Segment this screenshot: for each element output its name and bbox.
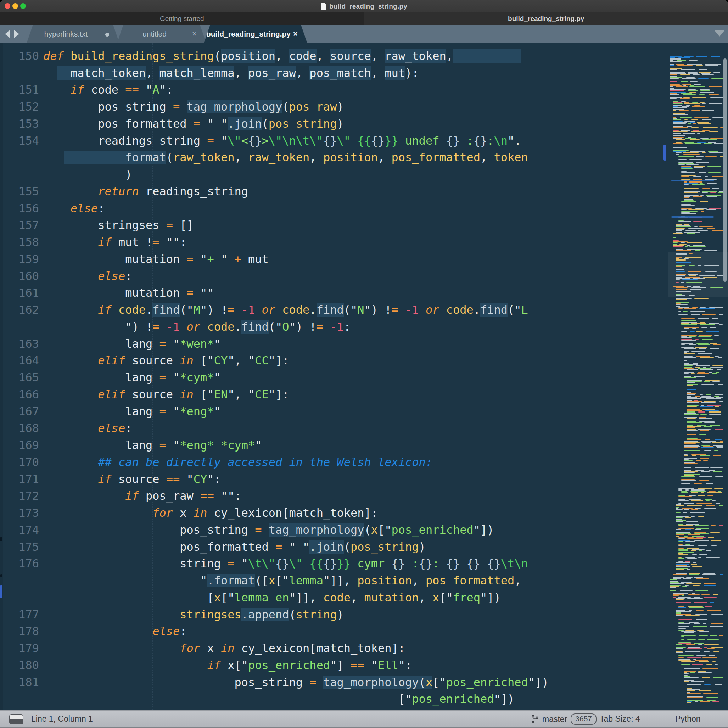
line-number[interactable]: 151 [0, 81, 39, 98]
line-number[interactable]: 170 [0, 454, 39, 471]
code-line-wrap[interactable]: ".format([x["lemma"]], position, pos_for… [0, 572, 665, 589]
git-status[interactable]: master 3657 [531, 713, 596, 725]
line-number[interactable]: 176 [0, 555, 39, 572]
code-line-174[interactable]: 174 pos_string = tag_morphology(x["pos_e… [0, 522, 665, 539]
close-tab-icon[interactable]: × [293, 29, 307, 39]
code-line-153[interactable]: 153 pos_formatted = " ".join(pos_string) [0, 116, 665, 133]
line-number[interactable]: 166 [0, 386, 39, 403]
code-line-167[interactable]: 167 lang = "*eng*" [0, 403, 665, 421]
line-number[interactable]: 157 [0, 217, 39, 234]
code-line-wrap[interactable]: [x["lemma_en"]], code, mutation, x["freq… [0, 589, 665, 606]
line-number[interactable]: 171 [0, 471, 39, 488]
line-number[interactable]: 172 [0, 488, 39, 505]
line-number[interactable]: 167 [0, 403, 39, 421]
line-number[interactable] [0, 589, 39, 606]
line-number[interactable] [0, 149, 39, 166]
panel-toggle-icon[interactable] [9, 714, 23, 725]
line-number[interactable]: 156 [0, 200, 39, 217]
line-number[interactable] [0, 572, 39, 589]
line-number[interactable]: 149 [0, 43, 39, 48]
code-line-155[interactable]: 155 return readings_string [0, 183, 665, 200]
code-line-wrap[interactable]: ["pos_enriched"]) [0, 691, 665, 708]
line-number[interactable]: 163 [0, 336, 39, 353]
code-line-152[interactable]: 152 pos_string = tag_morphology(pos_raw) [0, 98, 665, 116]
code-line-wrap[interactable]: ") != -1 or code.find("O") != -1: [0, 319, 665, 336]
line-number[interactable]: 164 [0, 352, 39, 369]
line-number[interactable]: 169 [0, 437, 39, 454]
code-line-168[interactable]: 168 else: [0, 420, 665, 437]
code-line-wrap[interactable]: match_token, match_lemma, pos_raw, pos_m… [0, 65, 665, 82]
native-tab-build-reading-string-py[interactable]: build_reading_string.py [364, 12, 728, 25]
code-line-163[interactable]: 163 lang = "*wen*" [0, 336, 665, 353]
code-line-160[interactable]: 160 else: [0, 268, 665, 285]
line-number[interactable]: 181 [0, 674, 39, 691]
code-line-156[interactable]: 156 else: [0, 200, 665, 217]
code-line-172[interactable]: 172 if pos_raw == "": [0, 488, 665, 505]
code-line-165[interactable]: 165 lang = "*cym*" [0, 369, 665, 386]
code-line-175[interactable]: 175 pos_formatted = " ".join(pos_string) [0, 539, 665, 556]
line-number[interactable]: 152 [0, 98, 39, 116]
syntax-language[interactable]: Python [675, 714, 701, 724]
tab-overflow-chevron-down-icon[interactable] [714, 31, 725, 37]
code-line-wrap[interactable]: format(raw_token, raw_token, position, p… [0, 149, 665, 166]
line-number[interactable]: 153 [0, 116, 39, 133]
code-line-173[interactable]: 173 for x in cy_lexicon[match_token]: [0, 505, 665, 522]
code-line-169[interactable]: 169 lang = "*eng* *cym*" [0, 437, 665, 454]
code-line-157[interactable]: 157 stringses = [] [0, 217, 665, 234]
file-tab-untitled[interactable]: untitled× [117, 25, 206, 43]
file-tab-hyperlinks-txt[interactable]: hyperlinks.txt [27, 25, 119, 43]
code-line-176[interactable]: 176 string = "\t\"{}\" {{{}}} cymr {} :{… [0, 555, 665, 572]
line-number[interactable]: 174 [0, 522, 39, 539]
code-line-181[interactable]: 181 pos_string = tag_morphology(x["pos_e… [0, 674, 665, 691]
scrollbar-thumb[interactable] [723, 58, 726, 282]
line-number[interactable] [0, 319, 39, 336]
line-number[interactable]: 173 [0, 505, 39, 522]
line-number[interactable]: 179 [0, 640, 39, 657]
minimap-viewport[interactable] [668, 252, 728, 297]
tab-nav-back-icon[interactable] [5, 30, 10, 38]
line-number[interactable]: 165 [0, 369, 39, 386]
code-line-177[interactable]: 177 stringses.append(string) [0, 606, 665, 624]
line-number[interactable]: 180 [0, 657, 39, 674]
code-line-164[interactable]: 164 elif source in ["CY", "CC"]: [0, 352, 665, 369]
line-number[interactable]: 168 [0, 420, 39, 437]
editor-area[interactable]: 149150def build_readings_string(position… [0, 43, 728, 710]
line-number[interactable]: 150 [0, 48, 39, 65]
code-line-161[interactable]: 161 mutation = "" [0, 284, 665, 301]
code-line-154[interactable]: 154 readings_string = "\"<{}>\"\n\t\"{}\… [0, 133, 665, 150]
line-number[interactable] [0, 65, 39, 82]
line-number[interactable]: 177 [0, 606, 39, 624]
code-line-150[interactable]: 150def build_readings_string(position, c… [0, 48, 665, 65]
code-line-178[interactable]: 178 else: [0, 623, 665, 640]
code-line-180[interactable]: 180 if x["pos_enriched"] == "Ell": [0, 657, 665, 674]
line-number[interactable] [0, 691, 39, 708]
code-line-159[interactable]: 159 mutation = "+ " + mut [0, 251, 665, 268]
file-tab-build-reading-string-py[interactable]: build_reading_string.py× [204, 25, 307, 43]
code-line-171[interactable]: 171 if source == "CY": [0, 471, 665, 488]
code-line-wrap[interactable]: ) [0, 166, 665, 183]
collapsed-left-pane[interactable] [0, 43, 3, 710]
code-line-166[interactable]: 166 elif source in ["EN", "CE"]: [0, 386, 665, 403]
line-number[interactable] [0, 166, 39, 183]
tab-size-setting[interactable]: Tab Size: 4 [600, 714, 640, 724]
native-tab-getting-started[interactable]: Getting started [0, 12, 364, 25]
code-line-149[interactable]: 149 [0, 43, 665, 48]
close-tab-icon[interactable]: × [192, 29, 206, 39]
code-line-151[interactable]: 151 if code == "A": [0, 81, 665, 98]
line-number[interactable]: 175 [0, 539, 39, 556]
code-line-179[interactable]: 179 for x in cy_lexicon[match_token]: [0, 640, 665, 657]
minimap[interactable] [668, 43, 728, 710]
modified-dot-icon[interactable] [105, 29, 119, 39]
line-number[interactable]: 158 [0, 234, 39, 251]
line-number[interactable]: 162 [0, 301, 39, 319]
cursor-position[interactable]: Line 1, Column 1 [31, 714, 93, 724]
line-number[interactable]: 154 [0, 133, 39, 150]
line-number[interactable]: 161 [0, 284, 39, 301]
code-line-162[interactable]: 162 if code.find("M") != -1 or code.find… [0, 301, 665, 319]
code-line-158[interactable]: 158 if mut != "": [0, 234, 665, 251]
code-line-170[interactable]: 170 ## can be directly accessed in the W… [0, 454, 665, 471]
tab-nav-forward-icon[interactable] [14, 30, 19, 38]
line-number[interactable]: 178 [0, 623, 39, 640]
line-number[interactable]: 155 [0, 183, 39, 200]
line-number[interactable]: 160 [0, 268, 39, 285]
